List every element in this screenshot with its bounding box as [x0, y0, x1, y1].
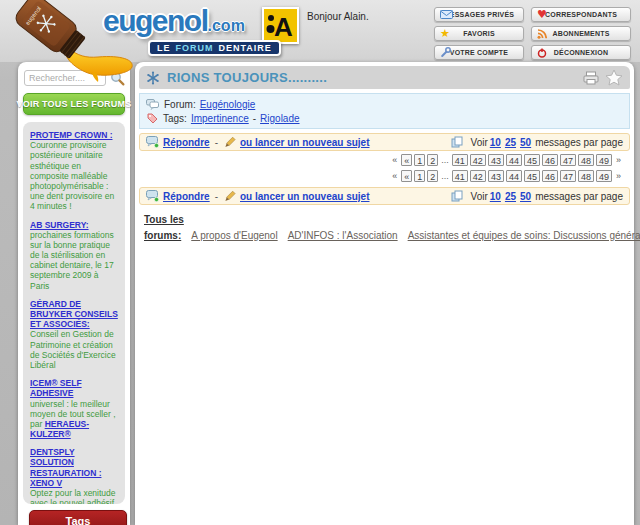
- avatar[interactable]: A: [262, 7, 299, 44]
- forums-index-label: Tous les forums:: [144, 214, 184, 241]
- pagination-page[interactable]: 47: [560, 170, 576, 182]
- separator: -: [215, 137, 218, 148]
- button-label: MESSAGES PRIVÉS: [444, 11, 514, 18]
- pagination-top: ««12...414243444546474849»: [139, 151, 630, 167]
- per-page-25[interactable]: 25: [505, 137, 516, 148]
- ad-title-link[interactable]: GÉRARD DE BRUYKER CONSEILS ET ASSOCIÉS:: [30, 299, 118, 330]
- pagination-page[interactable]: 49: [596, 170, 612, 182]
- new-topic-link[interactable]: ou lancer un nouveau sujet: [240, 191, 369, 202]
- per-page-suffix: messages par page: [535, 137, 623, 148]
- pagination-prev-arrow[interactable]: «: [392, 155, 397, 165]
- separator: -: [215, 191, 218, 202]
- view-label: Voir: [471, 191, 488, 202]
- pagination-page[interactable]: 45: [524, 170, 540, 182]
- tag-link[interactable]: Rigolade: [260, 113, 299, 124]
- favorite-star-icon[interactable]: [605, 69, 623, 86]
- abonnements-button[interactable]: ABONNEMENTS: [531, 26, 631, 41]
- ad-body-text: Couronne provisoire postérieure unitaire…: [30, 140, 114, 211]
- ad-title-link[interactable]: PROTEMP CROWN :: [30, 130, 118, 140]
- heart-icon: ♥: [537, 8, 547, 21]
- reply-link[interactable]: Répondre: [163, 191, 210, 202]
- pagination-next-arrow[interactable]: »: [616, 155, 621, 165]
- button-label: FAVORIS: [463, 30, 495, 37]
- pencil-icon: [223, 136, 236, 149]
- pagination-page[interactable]: 46: [542, 170, 558, 182]
- brand-tagline: LEFORUMDENTAIRE: [148, 40, 281, 56]
- per-page-controls: Voir 10 25 50 messages par page: [451, 136, 623, 148]
- pagination-page[interactable]: 44: [506, 170, 522, 182]
- tag-icon: [146, 113, 158, 124]
- forum-link[interactable]: Eugénologie: [200, 99, 256, 110]
- pagination-prev-box[interactable]: «: [401, 154, 412, 166]
- sidebar-ads: PROTEMP CROWN :Couronne provisoire posté…: [23, 122, 125, 504]
- ad-item: DENTSPLY SOLUTION RESTAURATION : XENO VO…: [30, 447, 118, 504]
- per-page-25[interactable]: 25: [505, 191, 516, 202]
- ad-body-text: Optez pour la xenitude avec le nouvel ad…: [30, 488, 116, 504]
- pagination-page[interactable]: 1: [414, 154, 425, 166]
- pagination-page[interactable]: 43: [488, 154, 504, 166]
- pagination-page[interactable]: 44: [506, 154, 522, 166]
- per-page-50[interactable]: 50: [520, 191, 531, 202]
- pagination-page[interactable]: 42: [470, 154, 486, 166]
- pagination-page[interactable]: 47: [560, 154, 576, 166]
- messages-prives-button[interactable]: MESSAGES PRIVÉS: [434, 7, 524, 22]
- forum-index-link[interactable]: A propos d'Eugenol: [191, 230, 277, 241]
- tag-link[interactable]: Impertinence: [191, 113, 249, 124]
- reply-bar-bottom: Répondre - ou lancer un nouveau sujet Vo…: [139, 187, 630, 205]
- per-page-controls: Voir 10 25 50 messages par page: [451, 190, 623, 202]
- pagination-page[interactable]: 1: [414, 170, 425, 182]
- view-all-forums-button[interactable]: VOIR TOUS LES FORUMS: [23, 93, 125, 115]
- ad-title-link[interactable]: DENTSPLY SOLUTION RESTAURATION : XENO V: [30, 447, 118, 488]
- rss-icon: [537, 27, 547, 40]
- pagination-page[interactable]: 48: [578, 170, 594, 182]
- ad-item: PROTEMP CROWN :Couronne provisoire posté…: [30, 130, 118, 212]
- votre-compte-button[interactable]: VOTRE COMPTE: [434, 45, 524, 60]
- ad-title-link[interactable]: AB SURGERY:: [30, 220, 118, 230]
- topic-title-bar: RIONS TOUJOURS..........: [139, 66, 630, 89]
- tags-label: Tags:: [163, 113, 187, 124]
- deconnexion-button[interactable]: DÉCONNEXION: [531, 45, 631, 60]
- pagination-page[interactable]: 45: [524, 154, 540, 166]
- pagination-page[interactable]: 46: [542, 154, 558, 166]
- per-page-10[interactable]: 10: [490, 137, 501, 148]
- pagination-page[interactable]: 41: [452, 170, 468, 182]
- pencil-icon: [223, 190, 236, 203]
- pagination-prev-arrow[interactable]: «: [392, 171, 397, 181]
- pagination-page[interactable]: 2: [427, 154, 438, 166]
- reply-bubble-icon: [146, 136, 159, 148]
- favoris-button[interactable]: ★ FAVORIS: [434, 26, 524, 41]
- tools-icon: [440, 46, 451, 59]
- reply-link[interactable]: Répondre: [163, 137, 210, 148]
- pagination-page[interactable]: 49: [596, 154, 612, 166]
- forum-label: Forum:: [164, 99, 196, 110]
- forum-index-link[interactable]: Assistantes et équipes de soins: Discuss…: [408, 230, 640, 241]
- new-topic-link[interactable]: ou lancer un nouveau sujet: [240, 137, 369, 148]
- pagination-page[interactable]: 41: [452, 154, 468, 166]
- button-label: ABONNEMENTS: [552, 30, 609, 37]
- pagination-page[interactable]: 2: [427, 170, 438, 182]
- forum-index-link[interactable]: AD'INFOS : l'Association: [288, 230, 398, 241]
- pagination-page[interactable]: 48: [578, 154, 594, 166]
- correspondants-button[interactable]: ♥ CORRESPONDANTS: [531, 7, 631, 22]
- ad-title-link[interactable]: ICEM® SELF ADHESIVE: [30, 378, 118, 398]
- greeting-text: Bonjour Alain.: [307, 11, 369, 22]
- pagination-ellipsis: ...: [441, 171, 449, 181]
- main-content: RIONS TOUJOURS.......... Forum: Eugénolo…: [135, 62, 634, 525]
- per-page-suffix: messages par page: [535, 191, 623, 202]
- pagination-next-arrow[interactable]: »: [616, 171, 621, 181]
- tags-button[interactable]: Tags: [29, 510, 127, 525]
- pagination-page[interactable]: 42: [470, 170, 486, 182]
- per-page-10[interactable]: 10: [490, 191, 501, 202]
- ad-item: GÉRARD DE BRUYKER CONSEILS ET ASSOCIÉS:C…: [30, 299, 118, 370]
- tags-row: Tags: Impertinence - Rigolade: [146, 111, 623, 125]
- ad-body-text: prochaines formations sur la bonne prati…: [30, 230, 114, 291]
- envelope-icon: [440, 8, 453, 21]
- pagination-prev-box[interactable]: «: [401, 170, 412, 182]
- print-icon[interactable]: [583, 71, 599, 85]
- star-icon: ★: [440, 27, 450, 40]
- per-page-50[interactable]: 50: [520, 137, 531, 148]
- pagination-page[interactable]: 43: [488, 170, 504, 182]
- brand-tld: .com: [208, 17, 245, 34]
- view-label: Voir: [471, 137, 488, 148]
- power-icon: [537, 46, 547, 59]
